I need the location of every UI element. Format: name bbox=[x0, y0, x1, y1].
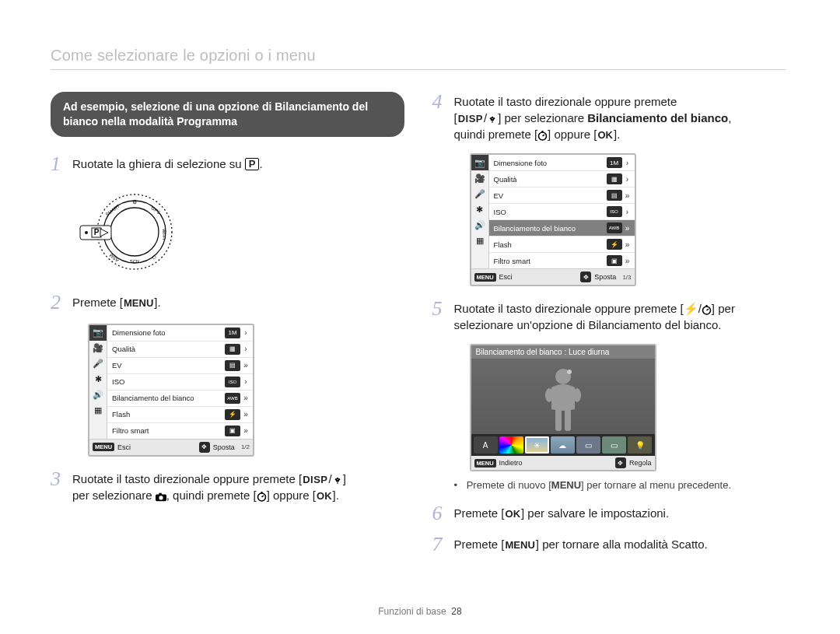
lcd-row: EV▤» bbox=[107, 358, 253, 374]
step-number: 1 bbox=[51, 154, 69, 174]
wb-thumb-daylight: ☀ bbox=[525, 436, 549, 454]
step-1: 1 Ruotate la ghiera di selezione su P. bbox=[51, 154, 404, 174]
sposta-label: Sposta bbox=[594, 273, 616, 281]
t: ] oppure [ bbox=[267, 489, 316, 502]
page-indicator: 1/3 bbox=[622, 274, 631, 281]
chevron-dright-icon: » bbox=[242, 410, 250, 419]
value-icon: ▦ bbox=[225, 344, 240, 355]
flower-icon bbox=[332, 475, 343, 485]
step-5: 5 Ruotate il tasto direzionale oppure pr… bbox=[432, 299, 786, 333]
side-icon-camera: 📷 bbox=[89, 325, 107, 341]
esci-label: Esci bbox=[499, 273, 513, 281]
page-header: Come selezionare le opzioni o i menu bbox=[51, 47, 786, 65]
page-indicator: 1/2 bbox=[241, 443, 250, 450]
bold-wb: Bilanciamento del bianco bbox=[587, 111, 728, 124]
t: , quindi premete [ bbox=[166, 489, 257, 502]
step-number: 7 bbox=[432, 534, 451, 555]
lcd-footer: MENU Esci ✥ Sposta 1/2 bbox=[89, 439, 253, 455]
svg-point-26 bbox=[492, 117, 493, 118]
step-3: 3 Ruotate il tasto direzionale oppure pr… bbox=[51, 469, 404, 503]
t: Premete [ bbox=[454, 506, 505, 520]
t: ] per salvare le impostazioni. bbox=[521, 506, 669, 520]
svg-rect-36 bbox=[705, 305, 707, 307]
menu-tag: MENU bbox=[474, 273, 496, 282]
menu-button-label: MENU bbox=[551, 479, 581, 491]
lbl: EV bbox=[110, 361, 225, 370]
chevron-right-icon: › bbox=[624, 159, 632, 167]
step-text: Ruotate la ghiera di selezione su P. bbox=[72, 154, 263, 172]
svg-point-14 bbox=[337, 478, 338, 479]
step-4: 4 Ruotate il tasto direzionale oppure pr… bbox=[432, 92, 786, 142]
lcd-row: Filtro smart▣» bbox=[107, 423, 253, 439]
note-bullet: • Premete di nuovo [MENU] per tornare al… bbox=[454, 479, 786, 491]
wb-preview-screenshot: Bilanciamento del bianco : Luce diurna A bbox=[470, 344, 656, 471]
chevron-dright-icon: » bbox=[624, 257, 632, 265]
lbl: Dimensione foto bbox=[110, 328, 225, 337]
lcd-side-icons: 📷 🎥 🎤 ✱ 🔊 ▦ bbox=[471, 155, 489, 268]
side-icon-grid: ▦ bbox=[471, 233, 488, 248]
svg-rect-39 bbox=[555, 409, 562, 431]
svg-text:P: P bbox=[94, 228, 100, 236]
t: selezionare un'opzione di Bilanciamento … bbox=[454, 318, 722, 331]
ok-button-label: OK bbox=[505, 507, 522, 521]
side-icon-speaker: 🔊 bbox=[471, 217, 488, 233]
side-icon-video: 🎥 bbox=[471, 170, 488, 186]
svg-text:⚙: ⚙ bbox=[132, 199, 137, 205]
camera-menu-screenshot-right: 📷 🎥 🎤 ✱ 🔊 ▦ Dimensione foto1M› Qualità▦›… bbox=[470, 153, 636, 286]
chevron-dright-icon: » bbox=[242, 426, 250, 435]
svg-rect-19 bbox=[337, 481, 338, 484]
t: Ruotate il tasto direzionale oppure prem… bbox=[72, 472, 302, 485]
t: Premete [ bbox=[454, 538, 505, 551]
lbl: Flash bbox=[492, 240, 607, 249]
value-icon: ISO bbox=[607, 206, 622, 217]
svg-rect-33 bbox=[542, 131, 544, 133]
lcd-row: Flash⚡» bbox=[107, 407, 253, 423]
lcd-row: EV▤» bbox=[489, 187, 635, 204]
regola-label: Regola bbox=[629, 459, 652, 467]
side-icon-camera: 📷 bbox=[471, 155, 488, 170]
t: ]. bbox=[154, 296, 160, 309]
lbl: EV bbox=[492, 191, 607, 200]
lcd-row: Dimensione foto1M› bbox=[107, 325, 253, 342]
wb-thumb-strip: A ☀ ☁ ▭ ▭ 💡 bbox=[471, 434, 655, 456]
step-number: 3 bbox=[51, 469, 69, 489]
flash-icon: ⚡ bbox=[684, 302, 698, 315]
menu-tag: MENU bbox=[93, 443, 114, 451]
value-icon: AWB bbox=[225, 393, 240, 404]
svg-point-42 bbox=[545, 388, 553, 402]
side-icon-mic: 🎤 bbox=[471, 186, 488, 201]
camera-icon bbox=[156, 492, 166, 502]
timer-icon bbox=[537, 131, 548, 141]
flower-icon bbox=[487, 114, 498, 124]
chevron-right-icon: › bbox=[624, 208, 632, 216]
value-icon: ▣ bbox=[607, 255, 622, 266]
mode-dial-illustration: ⚙ GPS Wi-Fi ◻ SCN ASM SMART P bbox=[71, 185, 180, 278]
menu-button-label: MENU bbox=[505, 538, 536, 552]
bullet-dot: • bbox=[454, 479, 458, 491]
side-icon-video: 🎥 bbox=[89, 341, 107, 356]
value-icon: ▣ bbox=[225, 426, 240, 436]
lcd-row: Qualità▦› bbox=[107, 342, 253, 358]
chevron-right-icon: › bbox=[242, 377, 250, 386]
lbl: ISO bbox=[110, 377, 225, 386]
value-icon: AWB bbox=[607, 222, 622, 233]
lbl: Filtro smart bbox=[110, 426, 225, 435]
value-icon: ISO bbox=[225, 377, 240, 387]
lcd-row: Flash⚡» bbox=[489, 236, 635, 253]
example-pill: Ad esempio, selezione di una opzione di … bbox=[51, 92, 404, 137]
esci-label: Esci bbox=[117, 443, 131, 451]
svg-rect-40 bbox=[565, 409, 571, 431]
chevron-dright-icon: » bbox=[242, 361, 250, 370]
t: Ruotate il tasto direzionale oppure prem… bbox=[454, 95, 677, 108]
wb-footer: MENU Indietro ✥ Regola bbox=[471, 456, 655, 470]
step-text: Ruotate il tasto direzionale oppure prem… bbox=[454, 92, 732, 142]
dpad-icon: ✥ bbox=[580, 271, 591, 282]
step-text: Premete [OK] per salvare le impostazioni… bbox=[454, 503, 670, 521]
lcd-row: ISOISO› bbox=[489, 204, 635, 220]
wb-thumb-cloudy: ☁ bbox=[551, 436, 575, 454]
lcd-side-icons: 📷 🎥 🎤 ✱ 🔊 ▦ bbox=[89, 325, 107, 439]
chevron-right-icon: › bbox=[624, 175, 632, 184]
step-number: 5 bbox=[432, 299, 451, 319]
step-number: 4 bbox=[432, 92, 451, 112]
step-number: 2 bbox=[51, 292, 69, 313]
